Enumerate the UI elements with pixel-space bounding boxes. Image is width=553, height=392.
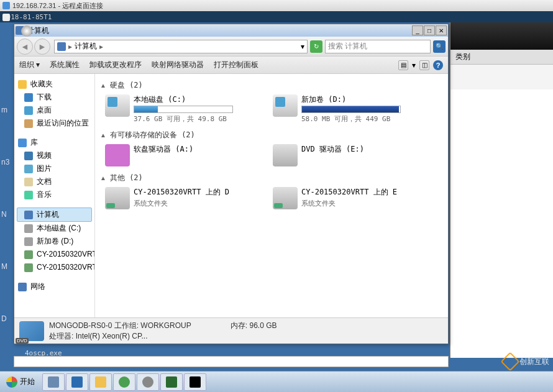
- tree-drive-c[interactable]: 本地磁盘 (C:): [17, 222, 92, 235]
- dropdown-icon[interactable]: ▾: [301, 42, 304, 51]
- video-icon: [24, 152, 33, 160]
- task-app-3[interactable]: [160, 373, 183, 391]
- app-icon: [142, 376, 153, 388]
- start-label: 开始: [20, 376, 35, 387]
- background-text: m n3 N M D: [1, 106, 9, 367]
- side-panel-subhead: [450, 65, 553, 89]
- app-icon: [119, 376, 130, 388]
- tree-computer[interactable]: 计算机: [17, 207, 92, 222]
- mapped-drive-icon: [24, 263, 33, 272]
- collapse-icon: ▲: [100, 132, 106, 139]
- mapped-drive-icon: [24, 250, 33, 259]
- tree-mapped-2[interactable]: CY-20150320VRTT 上: [17, 261, 92, 274]
- drive-usage: 58.0 MB 可用，共 449 GB: [301, 114, 432, 124]
- start-button[interactable]: 开始: [1, 373, 40, 391]
- back-button[interactable]: ◄: [17, 39, 33, 55]
- explorer-icon: [95, 376, 106, 388]
- tree-favorites[interactable]: 收藏夹: [17, 78, 92, 91]
- status-bar-strip: [14, 356, 449, 367]
- search-input[interactable]: 搜索 计算机: [325, 40, 431, 53]
- drive-label: 本地磁盘 (C:): [134, 94, 264, 105]
- tree-desktop[interactable]: 桌面: [17, 104, 92, 117]
- task-app-1[interactable]: [113, 373, 135, 391]
- uninstall-button[interactable]: 卸载或更改程序: [89, 60, 142, 70]
- map-drive-button[interactable]: 映射网络驱动器: [152, 60, 204, 70]
- tree-downloads[interactable]: 下载: [17, 91, 92, 104]
- mapped-d[interactable]: CY-20150320VRTT 上的 D 系统文件夹: [104, 186, 265, 211]
- tree-recent[interactable]: 最近访问的位置: [17, 117, 92, 130]
- windows-icon: [6, 376, 17, 388]
- system-properties-button[interactable]: 系统属性: [50, 60, 80, 70]
- computer-icon: [57, 42, 66, 51]
- task-explorer[interactable]: [89, 373, 112, 391]
- corner-icon: [2, 14, 10, 21]
- organize-menu[interactable]: 组织 ▾: [19, 60, 40, 70]
- drive-subtype: 系统文件夹: [301, 199, 432, 208]
- drive-label: 软盘驱动器 (A:): [134, 144, 264, 155]
- drive-d[interactable]: 新加卷 (D:) 58.0 MB 可用，共 449 GB: [272, 93, 433, 125]
- tree-mapped-1[interactable]: CY-20150320VRTT 上: [17, 248, 92, 261]
- network-icon: [18, 283, 27, 291]
- document-icon: [24, 178, 33, 186]
- category-hard-disk[interactable]: ▲硬盘 (2): [100, 80, 443, 91]
- drive-icon: [273, 94, 298, 117]
- tree-pictures[interactable]: 图片: [17, 162, 92, 175]
- nav-tree: 收藏夹 下载 桌面 最近访问的位置 库 视频 图片 文档 音乐 计算机 本地磁盘…: [14, 74, 95, 317]
- side-panel-tab[interactable]: 类别: [450, 50, 553, 65]
- refresh-button[interactable]: ↻: [310, 40, 322, 53]
- control-panel-button[interactable]: 打开控制面板: [214, 60, 258, 70]
- dvd-e[interactable]: DVD DVD 驱动器 (E:): [272, 143, 433, 168]
- usage-bar: [301, 106, 401, 113]
- breadcrumb-item[interactable]: 计算机: [75, 41, 97, 52]
- drive-label: CY-20150320VRTT 上的 E: [301, 187, 432, 198]
- maximize-button[interactable]: □: [424, 25, 435, 35]
- view-mode-button[interactable]: ▤: [398, 60, 408, 70]
- tree-videos[interactable]: 视频: [17, 149, 92, 162]
- preview-pane-button[interactable]: ◫: [419, 60, 429, 70]
- category-other[interactable]: ▲其他 (2): [100, 173, 443, 183]
- tree-documents[interactable]: 文档: [17, 175, 92, 188]
- task-powershell[interactable]: [66, 373, 88, 391]
- drive-label: 新加卷 (D:): [301, 94, 432, 105]
- drive-icon: [105, 94, 130, 117]
- drive-label: DVD 驱动器 (E:): [301, 144, 432, 155]
- tree-libraries[interactable]: 库: [17, 136, 92, 149]
- search-button[interactable]: 🔍: [433, 40, 446, 53]
- content-pane: ▲硬盘 (2) 本地磁盘 (C:) 37.6 GB 可用，共 49.8 GB 新…: [95, 74, 448, 317]
- mapped-drive-icon: [105, 187, 130, 209]
- library-icon: [18, 139, 27, 147]
- drive-usage: 37.6 GB 可用，共 49.8 GB: [134, 114, 264, 124]
- breadcrumb-sep: ▸: [99, 42, 103, 51]
- collapse-icon: ▲: [100, 82, 106, 89]
- forward-button[interactable]: ►: [34, 39, 50, 55]
- collapse-icon: ▲: [100, 175, 106, 181]
- close-button[interactable]: ✕: [436, 25, 447, 35]
- explorer-window: 计算机 _ □ ✕ ◄ ► ▸ 计算机 ▸ ▾ ↻ 搜索 计算机 🔍 组织 ▾ …: [14, 24, 449, 344]
- status-memory-label: 内存:: [231, 321, 247, 330]
- tree-network[interactable]: 网络: [17, 280, 92, 293]
- floppy-a[interactable]: 软盘驱动器 (A:): [104, 143, 265, 168]
- window-titlebar[interactable]: 计算机 _ □ ✕: [14, 24, 448, 37]
- drive-subtype: 系统文件夹: [134, 199, 264, 208]
- dropdown-icon[interactable]: ▾: [412, 61, 416, 70]
- tree-music[interactable]: 音乐: [17, 188, 92, 201]
- desktop-icon: [24, 106, 33, 115]
- address-bar[interactable]: ▸ 计算机 ▸ ▾: [54, 40, 308, 53]
- task-cmd[interactable]: [184, 373, 206, 391]
- task-server-manager[interactable]: [42, 373, 65, 391]
- mapped-e[interactable]: CY-20150320VRTT 上的 E 系统文件夹: [272, 186, 433, 211]
- tree-drive-d[interactable]: 新加卷 (D:): [17, 235, 92, 248]
- minimize-button[interactable]: _: [412, 25, 423, 35]
- task-app-2[interactable]: [137, 373, 159, 391]
- star-icon: [18, 80, 27, 89]
- taskbar: 开始: [0, 371, 553, 392]
- drive-c[interactable]: 本地磁盘 (C:) 37.6 GB 可用，共 49.8 GB: [104, 93, 265, 125]
- picture-icon: [24, 165, 33, 173]
- watermark: 创新互联: [503, 355, 549, 368]
- help-button[interactable]: ?: [433, 60, 443, 70]
- category-removable[interactable]: ▲有可移动存储的设备 (2): [100, 130, 443, 140]
- recent-icon: [24, 119, 33, 128]
- breadcrumb-sep: ▸: [68, 42, 72, 51]
- search-placeholder: 搜索 计算机: [328, 41, 367, 52]
- app-icon: [166, 376, 177, 388]
